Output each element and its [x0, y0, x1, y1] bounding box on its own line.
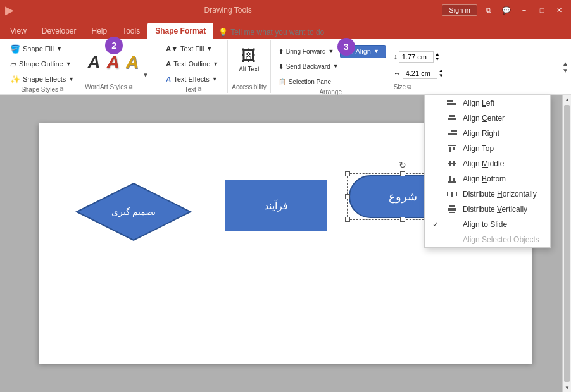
wordart-a2[interactable]: A [104, 51, 122, 74]
menu-align-center[interactable]: ✓ Align Center [425, 111, 550, 126]
text-effects-icon: A [166, 75, 171, 83]
menu-align-left[interactable]: ✓ Align Left [425, 95, 550, 111]
tab-developer[interactable]: Developer [34, 23, 84, 39]
menu-align-right-label: Align Right [463, 129, 543, 138]
tab-shape-format[interactable]: Shape Format [147, 23, 213, 39]
menu-align-selected-label: Align Selected Objects [463, 235, 543, 244]
text-group-label: Text [185, 86, 196, 93]
wordart-styles-label: WordArt Styles [85, 83, 127, 90]
handle-bm[interactable] [400, 217, 405, 222]
accessibility-group: 🖼 Alt Text Accessibility [228, 40, 270, 93]
distribute-h-icon [446, 190, 458, 198]
align-center-icon [446, 114, 458, 122]
shape-styles-group: 🪣 Shape Fill ▼ ▱ Shape Outline ▼ ✨ Shape… [3, 40, 82, 93]
menu-distribute-v[interactable]: ✓ Distribute Vertically [425, 202, 550, 217]
svg-rect-1 [447, 103, 456, 105]
svg-rect-14 [453, 178, 455, 181]
text-expand-icon[interactable]: ⧉ [198, 86, 201, 93]
menu-align-top[interactable]: ✓ Align Top [425, 141, 550, 156]
shape-fill-button[interactable]: 🪣 Shape Fill ▼ [6, 42, 66, 56]
rect-shape[interactable]: فرآیند [225, 180, 327, 231]
rotate-handle[interactable]: ↻ [399, 160, 406, 170]
svg-rect-7 [449, 147, 451, 152]
menu-align-bottom-label: Align Bottom [463, 175, 543, 183]
diamond-shape[interactable]: تصمیم گیری [73, 180, 194, 245]
outline-icon: ▱ [10, 59, 16, 69]
text-outline-button[interactable]: A Text Outline ▼ [162, 57, 222, 71]
menu-distribute-v-label: Distribute Vertically [463, 205, 543, 214]
restore-button[interactable]: □ [536, 4, 548, 16]
lightbulb-icon: 💡 [218, 28, 228, 37]
tell-me-input[interactable] [230, 28, 563, 37]
scroll-down-button[interactable]: ▼ [563, 383, 571, 392]
wordart-dropdown-icon[interactable]: ▼ [142, 71, 149, 78]
send-backward-button[interactable]: ⬇ Send Backward ▼ [275, 59, 342, 73]
width-down-button[interactable]: ▼ [439, 73, 444, 78]
width-icon: ↔ [394, 69, 401, 78]
close-button[interactable]: ✕ [553, 4, 566, 16]
menu-distribute-h[interactable]: ✓ Distribute Horizontally [425, 187, 550, 202]
ribbon-scroll-down[interactable]: ▼ [562, 67, 568, 74]
align-top-icon [446, 145, 458, 152]
window-icon[interactable]: ⧉ [482, 4, 495, 16]
svg-rect-16 [456, 192, 457, 196]
menu-align-middle-label: Align Middle [463, 159, 543, 168]
svg-rect-3 [448, 118, 456, 120]
selection-pane-button[interactable]: 📋 Selection Pane [275, 75, 335, 89]
scroll-thumb[interactable] [564, 105, 570, 382]
svg-rect-20 [448, 208, 456, 211]
menu-align-top-label: Align Top [463, 144, 543, 153]
size-expand-icon[interactable]: ⧉ [407, 83, 411, 90]
menu-align-middle[interactable]: ✓ Align Middle [425, 156, 550, 171]
menu-align-right[interactable]: ✓ Align Right [425, 126, 550, 141]
outline-dropdown-icon[interactable]: ▼ [66, 61, 72, 67]
height-input[interactable] [399, 51, 434, 63]
title-bar-label: Drawing Tools [204, 6, 252, 15]
width-row: ↔ ▲ ▼ [394, 66, 446, 80]
svg-rect-2 [449, 115, 455, 117]
shape-outline-button[interactable]: ▱ Shape Outline ▼ [6, 57, 75, 71]
bring-forward-button[interactable]: ⬆ Bring Forward ▼ [275, 44, 338, 58]
scroll-up-button[interactable]: ▲ [563, 95, 571, 104]
minimize-button[interactable]: − [518, 4, 530, 16]
handle-tl[interactable] [345, 171, 350, 176]
size-label: Size [394, 83, 406, 90]
align-dropdown-icon[interactable]: ▼ [373, 48, 379, 54]
svg-rect-0 [447, 100, 453, 102]
handle-tm[interactable] [400, 171, 405, 176]
text-fill-dropdown-icon[interactable]: ▼ [206, 46, 212, 52]
text-fill-button[interactable]: A▼ Text Fill ▼ [162, 42, 216, 56]
text-effects-button[interactable]: A Text Effects ▼ [162, 72, 222, 86]
wordart-expand-icon[interactable]: ⧉ [129, 83, 132, 90]
send-backward-icon: ⬇ [279, 63, 284, 70]
badge-3: 3 [337, 38, 355, 56]
handle-ml[interactable] [345, 194, 350, 199]
wordart-a3[interactable]: A [123, 51, 141, 74]
wordart-a1[interactable]: A [85, 51, 103, 74]
tab-tools[interactable]: Tools [115, 23, 147, 39]
text-fill-icon: A▼ [166, 45, 178, 52]
text-effects-dropdown-icon[interactable]: ▼ [212, 76, 218, 82]
handle-bl[interactable] [345, 217, 350, 222]
shape-effects-button[interactable]: ✨ Shape Effects ▼ [6, 72, 78, 86]
alt-text-button[interactable]: 🖼 Alt Text [235, 42, 263, 77]
menu-align-slide[interactable]: ✓ Align to Slide [425, 217, 550, 232]
height-down-button[interactable]: ▼ [435, 57, 440, 62]
arrange-group: 3 ⬆ Bring Forward ▼ ⊞ Align ▼ ⬇ Send [271, 40, 391, 93]
menu-distribute-h-label: Distribute Horizontally [463, 190, 543, 199]
menu-align-bottom[interactable]: ✓ Align Bottom [425, 171, 550, 187]
svg-rect-5 [448, 133, 457, 135]
shape-styles-expand-icon[interactable]: ⧉ [60, 86, 63, 93]
text-outline-icon: A [166, 60, 171, 68]
ribbon-scroll-up[interactable]: ▲ [562, 60, 568, 67]
tab-view[interactable]: View [3, 23, 34, 39]
size-group: ↕ ▲ ▼ ↔ ▲ ▼ Size ⧉ [391, 40, 448, 93]
effects-dropdown-icon[interactable]: ▼ [68, 76, 74, 82]
width-input[interactable] [403, 68, 437, 79]
wordart-styles-group: 2 A A A ▼ WordArt Styles ⧉ [82, 40, 158, 93]
menu-align-left-label: Align Left [463, 99, 543, 107]
text-outline-dropdown-icon[interactable]: ▼ [213, 61, 218, 67]
fill-dropdown-icon[interactable]: ▼ [56, 46, 62, 52]
svg-rect-6 [448, 145, 456, 146]
sign-in-button[interactable]: Sign in [442, 4, 477, 16]
